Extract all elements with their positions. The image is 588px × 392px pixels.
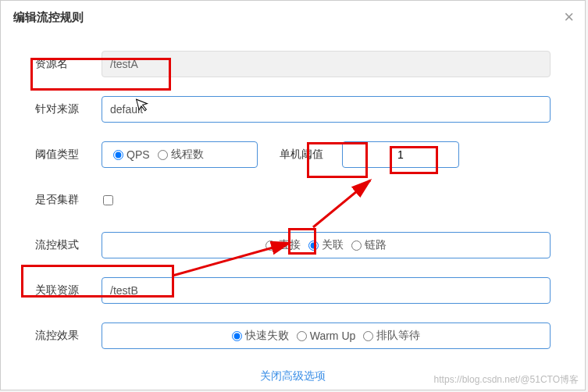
radio-thread[interactable]: 线程数 [158,148,204,162]
row-mode: 流控模式 直接 关联 链路 [35,231,551,259]
close-icon[interactable]: × [564,7,574,27]
edit-rule-modal: 编辑流控规则 × 资源名 /testA 针对来源 default 阈值类型 QP… [0,0,586,390]
label-mode: 流控模式 [35,238,102,252]
effect-group: 快速失败 Warm Up 排队等待 [102,323,551,349]
mode-group: 直接 关联 链路 [102,232,551,258]
threshold-type-group: QPS 线程数 [102,141,258,168]
row-threshold: 阈值类型 QPS 线程数 单机阈值 [35,141,551,169]
label-threshold-type: 阈值类型 [35,148,102,162]
radio-relation[interactable]: 关联 [308,238,344,252]
radio-direct-input[interactable] [265,241,276,251]
radio-chain-input[interactable] [351,241,362,251]
watermark: https://blog.csdn.net/@51CTO博客 [434,373,579,387]
checkbox-cluster[interactable] [103,195,113,205]
label-origin: 针对来源 [35,102,102,116]
label-effect: 流控效果 [35,329,102,343]
modal-body: 资源名 /testA 针对来源 default 阈值类型 QPS 线程数 单机阈… [1,34,585,383]
radio-relation-input[interactable] [308,241,319,251]
radio-fastfail-input[interactable] [232,331,242,341]
label-resource-name: 资源名 [35,57,102,71]
radio-chain[interactable]: 链路 [351,238,387,252]
row-effect: 流控效果 快速失败 Warm Up 排队等待 [35,322,551,350]
modal-header: 编辑流控规则 × [1,1,585,34]
row-related-resource: 关联资源 /testB [35,276,551,305]
radio-qps-input[interactable] [113,150,123,160]
row-resource-name: 资源名 /testA [35,50,551,78]
row-cluster: 是否集群 [35,186,551,214]
close-advanced-link[interactable]: 关闭高级选项 [260,369,326,382]
radio-warmup-input[interactable] [297,331,307,341]
radio-queue-input[interactable] [363,331,373,341]
radio-warmup[interactable]: Warm Up [297,330,356,342]
radio-queue[interactable]: 排队等待 [363,329,420,343]
label-single-threshold: 单机阈值 [280,148,342,162]
radio-direct[interactable]: 直接 [265,238,301,252]
input-origin[interactable]: default [102,96,551,123]
modal-title: 编辑流控规则 [13,10,84,23]
label-related-resource: 关联资源 [35,283,102,298]
input-related-resource[interactable]: /testB [102,277,551,304]
input-resource-name: /testA [102,51,551,77]
radio-fastfail[interactable]: 快速失败 [232,329,289,343]
radio-qps[interactable]: QPS [113,148,150,161]
row-origin: 针对来源 default [35,95,551,123]
radio-thread-input[interactable] [158,150,168,160]
input-single-threshold[interactable] [342,141,459,168]
label-cluster: 是否集群 [35,193,102,207]
